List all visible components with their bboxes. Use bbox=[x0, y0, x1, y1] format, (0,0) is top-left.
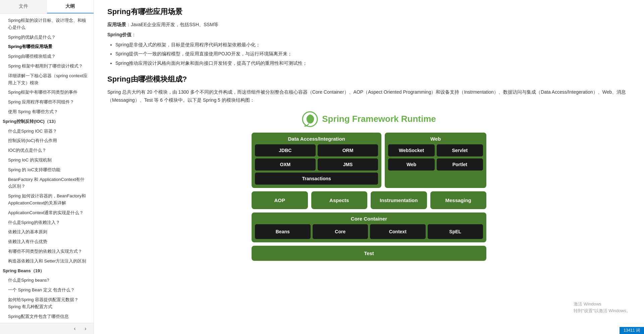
sidebar-item-12[interactable]: IOC的优点是什么？ bbox=[0, 146, 94, 155]
sidebar-item-22[interactable]: 构造器依赖注入和 Setter方法注入的区别 bbox=[0, 256, 94, 266]
sidebar-item-28[interactable]: Spring基于xml注入bean的几种方式 bbox=[0, 321, 94, 323]
sidebar-item-24[interactable]: 什么是Spring beans? bbox=[0, 276, 94, 285]
spring-logo-icon bbox=[302, 111, 318, 127]
cell-core: Core bbox=[313, 224, 368, 239]
status-bar: 13411 词 bbox=[620, 327, 644, 334]
spring-value-colon: ： bbox=[131, 32, 136, 37]
win-activate-line2: 转到"设置"以激活 Windows。 bbox=[574, 307, 631, 314]
cell-web: Web bbox=[388, 158, 434, 171]
diagram-middle-row: AOP Aspects Instrumentation Messaging bbox=[252, 191, 486, 209]
sidebar-item-3[interactable]: Spring由哪些模块组成？ bbox=[0, 52, 94, 61]
bullet-1: Spring提供一个一致的编程模型，使应用直接使用POJO开发，与运行环境隔离开… bbox=[115, 50, 631, 58]
cell-aspects: Aspects bbox=[311, 191, 368, 209]
cell-context: Context bbox=[370, 224, 426, 239]
core-container-title: Core Container bbox=[255, 216, 483, 222]
cell-beans: Beans bbox=[255, 224, 311, 239]
cell-aop: AOP bbox=[252, 191, 308, 209]
diagram-header: Spring Framework Runtime bbox=[252, 111, 486, 127]
sidebar-item-8[interactable]: 使用 Spring 有哪些方式？ bbox=[0, 107, 94, 117]
appscene-value: ：JavaEE企业应用开发，包括SSH、SSM等 bbox=[126, 22, 218, 27]
sidebar-section-23[interactable]: Spring Beans（19） bbox=[0, 266, 94, 276]
section1-title: Spring有哪些应用场景 bbox=[107, 7, 631, 17]
sidebar-item-11[interactable]: 控制反转(IoC)有什么作用 bbox=[0, 136, 94, 146]
sidebar-item-21[interactable]: 有哪些不同类型的依赖注入实现方式？ bbox=[0, 247, 94, 256]
word-count: 13411 词 bbox=[624, 328, 640, 333]
core-container-grid: Beans Core Context SpEL bbox=[255, 224, 483, 239]
cell-orm: ORM bbox=[318, 144, 378, 156]
sidebar-item-0[interactable]: Spring框架的设计目标、设计理念、和核心是什么 bbox=[0, 16, 94, 33]
sidebar-item-1[interactable]: Spring的优缺点是什么？ bbox=[0, 33, 94, 42]
data-access-grid: JDBC ORM OXM JMS Transactions bbox=[255, 144, 378, 185]
web-box: Web WebSocket Servlet Web Portlet bbox=[385, 133, 486, 188]
diagram-title: Spring Framework Runtime bbox=[322, 114, 436, 124]
cell-messaging: Messaging bbox=[430, 191, 487, 209]
sidebar-item-6[interactable]: Spring框架中有哪些不同类型的事件 bbox=[0, 88, 94, 97]
bullet-2: Spring推动应用设计风格向面向对象和面向接口开发转变，提高了代码的重用性和可… bbox=[115, 59, 631, 67]
section2-body: Spring 总共大约有 20 个模块，由 1300 多个不同的文件构成，而这些… bbox=[107, 88, 631, 104]
sidebar-item-27[interactable]: Spring配置文件包含了哪些信息 bbox=[0, 312, 94, 322]
section2-title: Spring由哪些模块组成? bbox=[107, 74, 631, 84]
data-access-title: Data Access/Integration bbox=[255, 136, 378, 142]
cell-websocket: WebSocket bbox=[388, 144, 434, 156]
cell-spel: SpEL bbox=[428, 224, 483, 239]
web-grid: WebSocket Servlet Web Portlet bbox=[388, 144, 483, 171]
cell-oxm: OXM bbox=[255, 158, 316, 171]
spring-diagram: Spring Framework Runtime Data Access/Int… bbox=[252, 111, 486, 261]
sidebar-item-2[interactable]: Spring有哪些应用场景 bbox=[0, 42, 94, 52]
sidebar-item-26[interactable]: 如何给Spring 容器提供配置元数据？Spring 有几种配置方式 bbox=[0, 295, 94, 312]
nav-back-button[interactable]: ‹ bbox=[71, 325, 79, 333]
cell-servlet: Servlet bbox=[437, 144, 483, 156]
sidebar-tabs: 文件 大纲 bbox=[0, 0, 94, 14]
main-content: Spring有哪些应用场景 应用场景：JavaEE企业应用开发，包括SSH、SS… bbox=[94, 0, 644, 334]
windows-activation: 激活 Windows 转到"设置"以激活 Windows。 bbox=[574, 301, 631, 314]
sidebar-section-9[interactable]: Spring控制反转(IOC)（13） bbox=[0, 117, 94, 127]
sidebar-item-7[interactable]: Spring 应用程序有哪些不同组件？ bbox=[0, 97, 94, 107]
cell-portlet: Portlet bbox=[437, 158, 483, 171]
web-title: Web bbox=[388, 136, 483, 142]
sidebar-item-10[interactable]: 什么是Spring IOC 容器？ bbox=[0, 127, 94, 136]
sidebar-item-25[interactable]: 一个 Spring Bean 定义 包含什么？ bbox=[0, 285, 94, 295]
bullet-0: Spring是非侵入式的框架，目标是使应用程序代码对框架依赖最小化； bbox=[115, 41, 631, 49]
core-container-box: Core Container Beans Core Context SpEL bbox=[252, 212, 486, 242]
section1-appscene: 应用场景：JavaEE企业应用开发，包括SSH、SSM等 bbox=[107, 21, 631, 29]
sidebar-item-17[interactable]: ApplicationContext通常的实现是什么？ bbox=[0, 208, 94, 218]
cell-transactions: Transactions bbox=[255, 173, 378, 185]
win-activate-line1: 激活 Windows bbox=[574, 301, 631, 307]
spring-value-label: Spring价值 bbox=[107, 32, 131, 37]
diagram-top-row: Data Access/Integration JDBC ORM OXM JMS… bbox=[252, 133, 486, 188]
sidebar-item-5[interactable]: 详细讲解一下核心容器（spring context应用上下文）模块 bbox=[0, 71, 94, 88]
sidebar-item-14[interactable]: Spring 的 IoC支持哪些功能 bbox=[0, 165, 94, 175]
sidebar-content[interactable]: Spring框架的设计目标、设计理念、和核心是什么Spring的优缺点是什么？S… bbox=[0, 14, 94, 323]
sidebar: 文件 大纲 Spring框架的设计目标、设计理念、和核心是什么Spring的优缺… bbox=[0, 0, 94, 334]
sidebar-item-18[interactable]: 什么是Spring的依赖注入？ bbox=[0, 218, 94, 228]
sidebar-item-4[interactable]: Spring 框架中都用到了哪些设计模式？ bbox=[0, 61, 94, 71]
test-box: Test bbox=[252, 246, 486, 261]
data-access-box: Data Access/Integration JDBC ORM OXM JMS… bbox=[252, 133, 381, 188]
sidebar-item-13[interactable]: Spring IoC 的实现机制 bbox=[0, 155, 94, 165]
sidebar-item-15[interactable]: BeanFactory 和 ApplicationContext有什么区别？ bbox=[0, 175, 94, 192]
spring-bullets: Spring是非侵入式的框架，目标是使应用程序代码对框架依赖最小化；Spring… bbox=[115, 41, 631, 67]
sidebar-item-16[interactable]: Spring 如何设计容器的，BeanFactory和ApplicationCo… bbox=[0, 191, 94, 208]
sidebar-item-20[interactable]: 依赖注入有什么优势 bbox=[0, 237, 94, 247]
appscene-label: 应用场景 bbox=[107, 22, 126, 27]
cell-instrumentation: Instrumentation bbox=[371, 191, 427, 209]
cell-jdbc: JDBC bbox=[255, 144, 316, 156]
cell-jms: JMS bbox=[318, 158, 378, 171]
tab-outline[interactable]: 大纲 bbox=[47, 0, 94, 13]
sidebar-item-19[interactable]: 依赖注入的基本原则 bbox=[0, 227, 94, 237]
nav-forward-button[interactable]: › bbox=[82, 325, 90, 333]
tab-file[interactable]: 文件 bbox=[0, 0, 47, 13]
